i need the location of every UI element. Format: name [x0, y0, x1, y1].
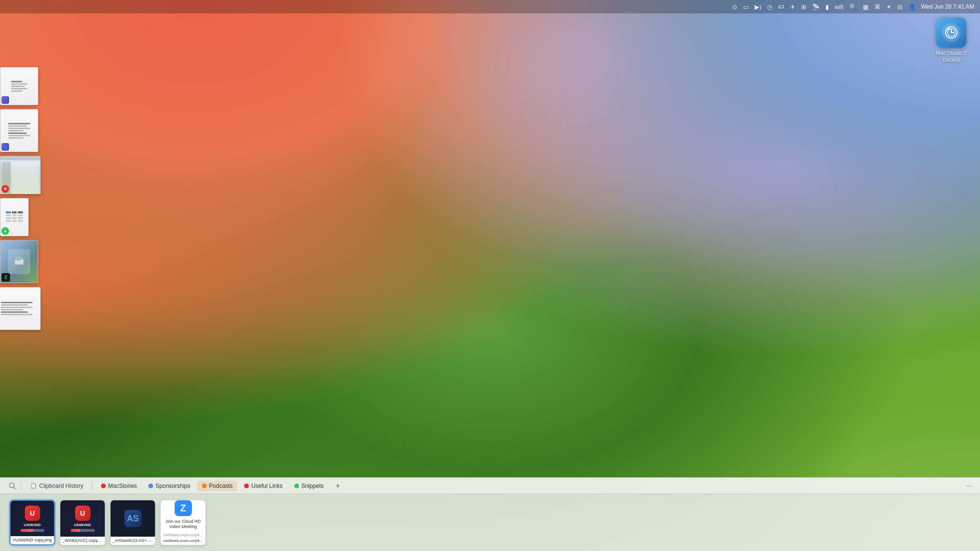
- file-thumb-img-1: U UNWIND: [11, 501, 54, 536]
- file-thumb-unwind1[interactable]: U UNWIND r/UNWIND copy.png: [10, 500, 55, 545]
- zoom-text: Join our Cloud HD Video Meeting: [161, 519, 205, 530]
- desktop-background: [0, 0, 980, 551]
- bar-item-sponsorships[interactable]: Sponsorships: [144, 481, 195, 491]
- thumbnail-4[interactable]: ●: [0, 198, 29, 236]
- podcasts-dot: [202, 484, 207, 488]
- menubar-time: Wed Jun 28 7:41 AM: [921, 3, 974, 10]
- display-icon: ▭: [743, 3, 749, 11]
- sponsorships-label: Sponsorships: [156, 483, 190, 489]
- wifi-icon: wifi: [835, 3, 844, 11]
- snippets-dot: [294, 484, 299, 488]
- zoom-url: us06web.zoom.us/j/8...: [164, 533, 203, 537]
- bar-item-snippets[interactable]: Snippets: [290, 481, 329, 491]
- bar-item-podcasts[interactable]: Podcasts: [197, 481, 237, 491]
- file-thumb-appstories[interactable]: AS _Art/wwdc23-AS+.png: [110, 500, 156, 545]
- file-thumb-img-3: AS: [111, 500, 155, 537]
- unwind-icon-2: U: [75, 506, 90, 521]
- user-icon[interactable]: 👤: [908, 3, 916, 11]
- file-thumb-unwind2[interactable]: U UNWIND _WIND(AVC) copy.png: [60, 500, 105, 545]
- timemachine-clock-icon: [942, 23, 961, 42]
- thumbnail-3[interactable]: ✕: [0, 156, 41, 194]
- unwind-text-2: UNWIND: [74, 523, 91, 527]
- thumb1-badge: 👤: [1, 96, 9, 104]
- bar-divider-2: [92, 482, 92, 490]
- more-button[interactable]: ···: [966, 482, 972, 490]
- search-icon[interactable]: 🔍: [849, 3, 857, 11]
- thumbnail-1[interactable]: 👤: [0, 67, 38, 105]
- thumb3-badge: ✕: [1, 185, 9, 193]
- bluetooth-icon: ✴: [886, 3, 891, 11]
- svg-line-5: [14, 487, 16, 489]
- thumbnail-6[interactable]: [0, 287, 41, 330]
- thumb4-badge: ●: [1, 227, 9, 235]
- plane-icon: ✈: [790, 3, 795, 11]
- clipboard-label: Clipboard History: [39, 483, 83, 489]
- airdrop-icon: 📡: [812, 3, 820, 11]
- unwind-text-1: UNWIND: [24, 523, 41, 527]
- file-label-1: r/UNWIND copy.png: [11, 536, 54, 544]
- thumbnails-panel: 👤 👤 ✕: [0, 67, 43, 330]
- zoom-icon: Z: [175, 500, 192, 516]
- unwind-bar-1: [21, 529, 45, 532]
- file-thumb-zoom[interactable]: Z Join our Cloud HD Video Meeting us06we…: [160, 500, 206, 545]
- timemachine-label: Mac Studio 2Backup: [932, 50, 970, 64]
- appstore-icon: ⊞: [801, 3, 806, 11]
- usefullinks-label: Useful Links: [251, 483, 282, 489]
- thumb2-badge: 👤: [1, 143, 9, 151]
- bookmark-bar: 📋 Clipboard History MacStories Sponsorsh…: [0, 477, 980, 494]
- clipboard-icon: 📋: [30, 483, 37, 489]
- snippets-label: Snippets: [301, 483, 324, 489]
- bar-search-icon[interactable]: [8, 481, 17, 491]
- add-bookmark-button[interactable]: +: [332, 480, 344, 492]
- clipboard-history-item[interactable]: 📋 Clipboard History: [25, 481, 88, 491]
- macstories-label: MacStories: [108, 483, 137, 489]
- clock-icon: ◷: [767, 3, 772, 11]
- podcasts-label: Podcasts: [209, 483, 233, 489]
- thumbnail-2[interactable]: 👤: [0, 109, 38, 152]
- sponsorships-dot: [148, 484, 153, 488]
- file-label-4: us06web.zoom.us/j/8...: [161, 537, 205, 545]
- file-shelf: U UNWIND r/UNWIND copy.png U UNWIND _WIN…: [0, 494, 980, 551]
- cmd-icon: ⌘: [874, 3, 880, 11]
- file-thumb-img-2: U UNWIND: [60, 500, 105, 537]
- cal-icon: ▦: [863, 3, 869, 11]
- appstories-icon: AS: [124, 510, 142, 527]
- pocketcasts-icon: ⊙: [732, 3, 737, 11]
- thumbnail-5[interactable]: 🏔 Z: [0, 240, 38, 283]
- unwind-icon-1: U: [25, 506, 40, 521]
- thumb5-badge: Z: [1, 273, 10, 282]
- unwind-bar-2: [71, 529, 95, 532]
- file-label-2: _WIND(AVC) copy.png: [60, 537, 105, 545]
- timemachine-widget[interactable]: Mac Studio 2Backup: [932, 17, 970, 64]
- bar-item-macstories[interactable]: MacStories: [96, 481, 142, 491]
- menubar-icons: ⊙ ▭ ▶) ◷ 🏷 ✈ ⊞ 📡 ▮ wifi 🔍 ▦ ⌘ ✴ ⊟ 👤: [731, 3, 917, 11]
- timemachine-icon: [936, 17, 967, 48]
- controlcenter-icon[interactable]: ⊟: [897, 3, 902, 11]
- volume-icon: ▶): [755, 3, 761, 11]
- usefullinks-dot: [244, 484, 249, 488]
- file-label-3: _Art/wwdc23-AS+.png: [111, 537, 155, 545]
- bar-divider-1: [21, 482, 22, 490]
- bar-item-usefullinks[interactable]: Useful Links: [239, 481, 287, 491]
- macstories-dot: [101, 484, 106, 488]
- bookmark-icon: 🏷: [778, 3, 784, 11]
- menubar: ⊙ ▭ ▶) ◷ 🏷 ✈ ⊞ 📡 ▮ wifi 🔍 ▦ ⌘ ✴ ⊟ 👤 Wed …: [0, 0, 980, 13]
- file-thumb-img-4: Z Join our Cloud HD Video Meeting us06we…: [161, 500, 205, 537]
- battery-icon: ▮: [825, 3, 829, 11]
